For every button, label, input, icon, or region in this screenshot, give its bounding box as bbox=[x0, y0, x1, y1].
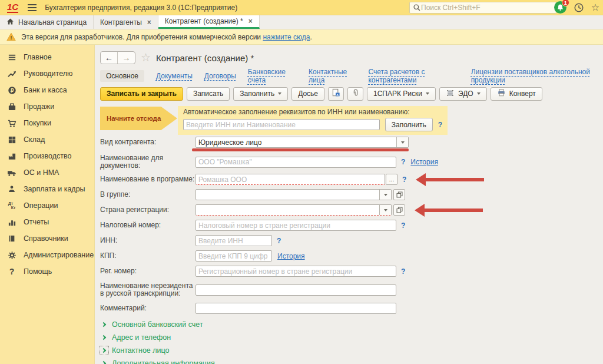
attachments-button[interactable] bbox=[347, 87, 363, 101]
form-tab-osnovnoe[interactable]: Основное bbox=[100, 70, 144, 82]
naimenovanie-dlya-dokumentov-history-link[interactable]: История bbox=[410, 158, 438, 166]
sidebar-item-prodazhi[interactable]: Продажи bbox=[0, 98, 94, 115]
nalogovyj-nomer-help-icon[interactable]: ? bbox=[401, 221, 405, 230]
kommentarij-input[interactable] bbox=[196, 303, 396, 314]
v-gruppe-select[interactable] bbox=[196, 189, 392, 200]
nalogovyj-nomer-input[interactable] bbox=[196, 220, 396, 231]
naimenovanie-nerezidenta-input[interactable] bbox=[196, 284, 396, 296]
chevron-right-icon[interactable] bbox=[100, 359, 108, 364]
sidebar-item-label: Руководителю bbox=[24, 70, 72, 78]
form-tab-kontaktnye-lica[interactable]: Контактные лица bbox=[309, 68, 356, 84]
forward-button[interactable]: → bbox=[118, 52, 135, 64]
sidebar-item-proizvodstvo[interactable]: Производство bbox=[0, 148, 94, 164]
sidebar-item-pomosch[interactable]: ?Помощь bbox=[0, 263, 94, 280]
chevron-down-icon[interactable] bbox=[379, 190, 391, 200]
person-icon bbox=[0, 185, 24, 193]
v-gruppe-open-button[interactable] bbox=[393, 189, 405, 200]
selected-value bbox=[196, 190, 379, 200]
naimenovanie-dlya-dokumentov-help-icon[interactable]: ? bbox=[401, 158, 405, 166]
section-kontaktnoe-lico[interactable]: Контактное лицо bbox=[100, 344, 603, 357]
form-tab-licenzii-postavschikov[interactable]: Лицензии поставщиков алкогольной продукц… bbox=[471, 68, 603, 84]
strana-registracii-open-button[interactable] bbox=[393, 204, 405, 216]
naimenovanie-v-programme-ellipsis-button[interactable]: ... bbox=[386, 174, 397, 185]
chevron-right-icon[interactable] bbox=[100, 346, 108, 355]
field-row-naimenovanie-nerezidenta: Наименование нерезидентав русской транск… bbox=[100, 281, 603, 299]
form-tab-scheta-raschetov[interactable]: Счета расчетов с контрагентами bbox=[368, 68, 459, 84]
section-osnovnoj-bankovskij-schet[interactable]: Основной банковский счет bbox=[100, 318, 603, 331]
chevron-right-icon[interactable] bbox=[100, 320, 108, 329]
kpp-input[interactable] bbox=[196, 250, 272, 262]
close-icon[interactable]: × bbox=[249, 17, 253, 25]
notifications-button[interactable]: 1 bbox=[554, 1, 566, 14]
sidebar-item-zarplata-i-kadry[interactable]: Зарплата и кадры bbox=[0, 181, 94, 197]
save-close-button[interactable]: Записать и закрыть bbox=[100, 87, 183, 101]
section-dopolnitelnaya-informaciya[interactable]: Дополнительная информация bbox=[100, 357, 603, 364]
close-icon[interactable]: × bbox=[147, 18, 151, 27]
field-row-inn: ИНН:? bbox=[100, 235, 603, 246]
favorites-star-icon[interactable]: ☆ bbox=[591, 2, 599, 14]
tab-label: Контрагент (создание) * bbox=[165, 17, 243, 25]
reg-nomer-help-icon[interactable]: ? bbox=[401, 267, 405, 276]
tab-kontragenty[interactable]: Контрагенты× bbox=[94, 15, 158, 29]
strana-registracii-select[interactable] bbox=[196, 204, 392, 216]
section-label: Контактное лицо bbox=[112, 346, 170, 355]
sidebar-item-bank-i-kassa[interactable]: ₽Банк и касса bbox=[0, 82, 94, 98]
sidebar-item-administrirovanie[interactable]: Администрирование bbox=[0, 247, 94, 263]
form-tab-dogovory[interactable]: Договоры bbox=[204, 72, 236, 80]
tab-kontragent-sozdanie[interactable]: Контрагент (создание) *× bbox=[158, 15, 260, 29]
history-icon[interactable] bbox=[574, 2, 584, 13]
inn-input[interactable] bbox=[196, 235, 272, 246]
dossier-button[interactable]: Досье bbox=[291, 87, 324, 101]
inn-autofill-input[interactable] bbox=[183, 119, 380, 130]
image-icon bbox=[332, 88, 340, 99]
sidebar-item-label: Производство bbox=[24, 152, 72, 160]
form-tab-dokumenty[interactable]: Документы bbox=[156, 72, 193, 80]
form-tab-bankovskie-scheta[interactable]: Банковские счета bbox=[248, 68, 297, 84]
sidebar-item-label: Администрирование bbox=[24, 251, 94, 259]
vid-kontragenta-select[interactable]: Юридическое лицо bbox=[196, 137, 409, 148]
envelope-button[interactable]: Конверт bbox=[491, 87, 542, 101]
chevron-down-icon[interactable] bbox=[379, 205, 391, 215]
sidebar-item-otchety[interactable]: Отчеты bbox=[0, 214, 94, 230]
naimenovanie-v-programme-input[interactable] bbox=[196, 174, 385, 185]
naimenovanie-v-programme-help-icon[interactable]: ? bbox=[402, 176, 406, 184]
main-menu-icon[interactable] bbox=[28, 7, 37, 8]
ruble-icon: ₽ bbox=[0, 86, 24, 95]
sidebar-item-label: Банк и касса bbox=[24, 86, 67, 94]
button-label: Досье bbox=[298, 90, 318, 98]
back-button[interactable]: ← bbox=[101, 52, 118, 64]
annotation-arrow-icon bbox=[418, 209, 483, 212]
sidebar-item-sklad[interactable]: Склад bbox=[0, 131, 94, 148]
chevron-right-icon[interactable] bbox=[100, 333, 108, 342]
search-input[interactable] bbox=[421, 4, 548, 12]
sections-sidebar: ГлавноеРуководителю₽Банк и кассаПродажиП… bbox=[0, 45, 95, 364]
svg-text:!: ! bbox=[11, 35, 12, 41]
purchase-link[interactable]: нажмите сюда bbox=[263, 33, 310, 41]
sidebar-item-rukovoditelyu[interactable]: Руководителю bbox=[0, 65, 94, 82]
reg-nomer-input[interactable] bbox=[196, 266, 396, 277]
kpp-history-link[interactable]: История bbox=[277, 252, 305, 260]
sidebar-item-glavnoe[interactable]: Главное bbox=[0, 49, 94, 65]
spark-riski-button[interactable]: 1СПАРК Риски bbox=[367, 87, 436, 101]
chevron-down-icon[interactable] bbox=[396, 137, 408, 147]
dossier-image-button[interactable] bbox=[328, 87, 344, 101]
tab-home[interactable]: Начальная страница bbox=[0, 15, 94, 29]
favorite-star-icon[interactable]: ☆ bbox=[141, 52, 151, 64]
sidebar-item-spravochniki[interactable]: Справочники bbox=[0, 230, 94, 247]
sidebar-item-operacii[interactable]: ДтКтОперации bbox=[0, 197, 94, 214]
edo-button[interactable]: ЭДО bbox=[439, 87, 487, 101]
section-adres-i-telefon[interactable]: Адрес и телефон bbox=[100, 331, 603, 344]
autofill-help-icon[interactable]: ? bbox=[438, 121, 442, 129]
naimenovanie-dlya-dokumentov-input[interactable] bbox=[196, 157, 396, 168]
autofill-fill-button[interactable]: Заполнить bbox=[385, 118, 433, 131]
fill-button[interactable]: Заполнить bbox=[233, 87, 288, 101]
field-label: Комментарий: bbox=[100, 305, 196, 312]
sidebar-item-os-i-nma[interactable]: ОС и НМА bbox=[0, 164, 94, 181]
sidebar-item-label: Главное bbox=[24, 53, 52, 61]
save-button[interactable]: Записать bbox=[187, 87, 230, 101]
sidebar-item-pokupki[interactable]: Покупки bbox=[0, 115, 94, 131]
global-search[interactable] bbox=[409, 2, 556, 14]
button-label: Записать и закрыть bbox=[107, 90, 177, 98]
menu-icon bbox=[0, 53, 24, 62]
inn-help-icon[interactable]: ? bbox=[277, 237, 281, 245]
